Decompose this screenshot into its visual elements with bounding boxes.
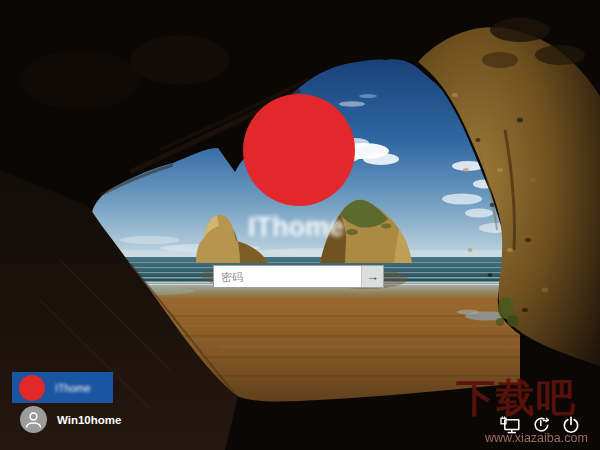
ease-of-access-icon[interactable] bbox=[532, 416, 550, 434]
user-avatar-censored-icon bbox=[19, 375, 45, 401]
signin-username: IThome bbox=[206, 212, 386, 243]
user-tile-win10home[interactable]: Win10home bbox=[20, 406, 121, 433]
submit-arrow-icon: → bbox=[366, 269, 379, 284]
password-box: → bbox=[213, 265, 384, 288]
power-icon[interactable] bbox=[562, 416, 580, 434]
network-icon[interactable] bbox=[500, 416, 520, 434]
submit-password-button[interactable]: → bbox=[361, 266, 383, 287]
user-tile-label: Win10home bbox=[57, 414, 121, 426]
windows-lock-screen: 下载吧 www.xiazaiba.com IThome → IThome Win… bbox=[0, 0, 600, 450]
person-icon bbox=[20, 406, 47, 433]
censored-avatar-circle bbox=[243, 94, 355, 206]
system-tray bbox=[500, 416, 580, 434]
watermark-title: 下载吧 bbox=[456, 378, 576, 417]
user-tile-selected[interactable]: IThome bbox=[12, 372, 113, 403]
password-input[interactable] bbox=[214, 266, 361, 287]
user-tile-label: IThome bbox=[55, 382, 91, 394]
